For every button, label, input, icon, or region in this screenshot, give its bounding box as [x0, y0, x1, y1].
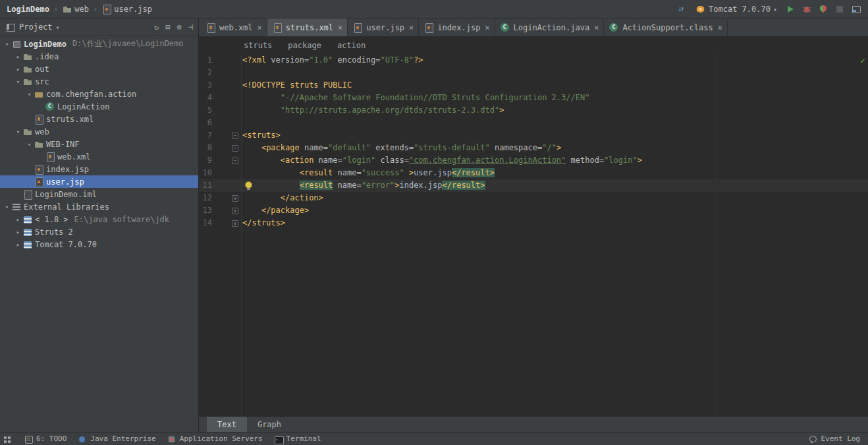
tree-collapsed-icon[interactable]: ▸ [14, 229, 22, 235]
tree-item-tomcat-7-0-70[interactable]: ▸Tomcat 7.0.70 [0, 238, 198, 251]
statusbar-java-enterprise[interactable]: Java Enterprise [77, 434, 155, 444]
code-line-7[interactable]: 7−<struts> [199, 129, 868, 142]
tree-collapsed-icon[interactable]: ▸ [14, 66, 22, 73]
code-line-2[interactable]: 2 [199, 67, 868, 79]
code-line-13[interactable]: 13∨ </package> [199, 204, 868, 217]
statusbar-tool-switcher[interactable] [2, 434, 13, 444]
statusbar-event-log[interactable]: Event Log [807, 434, 860, 444]
window-breadcrumb-logindemo[interactable]: LoginDemo [5, 5, 51, 14]
run-configuration-select[interactable]: Tomcat 7.0.70 [693, 3, 779, 15]
tree-item-com-chengfan-action[interactable]: ▾com.chengfan.action [0, 88, 198, 100]
tree-expanded-icon[interactable]: ▾ [3, 41, 11, 47]
tree-item-logindemo-iml[interactable]: LoginDemo.iml [0, 188, 198, 200]
code-line-8[interactable]: 8− <package name="default" extends="stru… [199, 142, 868, 154]
collapse-all-icon[interactable]: ⊟ [165, 22, 170, 32]
javaee-icon [77, 434, 88, 444]
fold-start-icon[interactable]: − [232, 145, 238, 152]
folder-icon [22, 51, 33, 62]
fold-column: − [212, 129, 241, 142]
code-line-1[interactable]: 1<?xml version="1.0" encoding="UTF-8"?> [199, 54, 868, 67]
editor-tab-user-jsp[interactable]: user.jsp× [348, 18, 419, 36]
tree-collapsed-icon[interactable]: ▸ [14, 216, 22, 223]
tree-expanded-icon[interactable]: ▾ [14, 129, 22, 135]
code-line-3[interactable]: 3<!DOCTYPE struts PUBLIC [199, 79, 868, 92]
view-tab-graph[interactable]: Graph [247, 417, 292, 432]
code-line-9[interactable]: 9− <action name="login" class="com.cheng… [199, 154, 868, 167]
tree-item-index-jsp[interactable]: index.jsp [0, 163, 198, 175]
tree-item-loginaction[interactable]: LoginAction [0, 100, 198, 113]
close-tab-icon[interactable]: × [409, 23, 414, 32]
editor-tab-struts-xml[interactable]: struts.xml× [267, 18, 348, 36]
editor-tab-index-jsp[interactable]: index.jsp× [419, 18, 495, 36]
tree-item-web[interactable]: ▾web [0, 125, 198, 138]
statusbar-application-servers[interactable]: Application Servers [167, 434, 263, 444]
terminal-icon [273, 434, 284, 444]
update-app-button[interactable] [677, 4, 688, 15]
fold-start-icon[interactable]: − [232, 133, 238, 139]
close-tab-icon[interactable]: × [594, 23, 599, 32]
tree-item-external-libraries[interactable]: ▾External Libraries [0, 200, 198, 213]
tree-item-1-8[interactable]: ▸< 1.8 >E:\java software\jdk [0, 213, 198, 225]
refresh-icon[interactable]: ↻ [154, 22, 159, 32]
editor-tab-web-xml[interactable]: web.xml× [201, 18, 267, 36]
code-line-12[interactable]: 12∨ </action> [199, 192, 868, 204]
code-line-6[interactable]: 6 [199, 117, 868, 129]
close-tab-icon[interactable]: × [258, 23, 262, 32]
code-token: "default" [328, 143, 371, 152]
tree-item-struts-2[interactable]: ▸Struts 2 [0, 225, 198, 238]
code-line-5[interactable]: 5 "http://struts.apache.org/dtds/struts-… [199, 104, 868, 117]
coverage-button[interactable] [818, 4, 828, 15]
tree-collapsed-icon[interactable]: ▸ [14, 241, 22, 248]
close-tab-icon[interactable]: × [718, 23, 722, 32]
debug-button[interactable] [801, 4, 812, 15]
code-line-4[interactable]: 4 "-//Apache Software Foundation//DTD St… [199, 92, 868, 104]
settings-icon[interactable]: ⚙ [177, 22, 182, 32]
editor-tab-actionsupport-class[interactable]: ActionSupport.class× [604, 18, 728, 36]
editor-breadcrumb-package[interactable]: package [288, 41, 321, 50]
tree-expanded-icon[interactable]: ▾ [25, 91, 34, 98]
layout-button[interactable] [851, 4, 861, 15]
statusbar-6-todo[interactable]: 6: TODO [23, 434, 67, 444]
run-button[interactable] [785, 4, 796, 15]
editor-tab-loginaction-java[interactable]: LoginAction.java× [495, 18, 605, 36]
fold-end-icon[interactable]: ∨ [232, 208, 238, 214]
window-breadcrumb-web[interactable]: web [61, 4, 90, 15]
intention-bulb-icon[interactable] [245, 181, 252, 189]
tree-expanded-icon[interactable]: ▾ [3, 204, 11, 210]
close-tab-icon[interactable]: × [338, 23, 342, 32]
code-token: </result> [442, 181, 485, 190]
tree-item-label: .idea [35, 52, 59, 61]
hide-icon[interactable]: ⊣ [188, 22, 193, 32]
chevron-down-icon[interactable] [56, 22, 60, 32]
inspection-ok-icon[interactable] [860, 55, 865, 65]
tree-collapsed-icon[interactable]: ▸ [14, 53, 22, 60]
tree-item-struts-xml[interactable]: struts.xml [0, 113, 198, 125]
view-tab-text[interactable]: Text [207, 417, 247, 432]
tree-item-web-inf[interactable]: ▾WEB-INF [0, 138, 198, 150]
code-line-14[interactable]: 14∨</struts> [199, 217, 868, 229]
editor-breadcrumb-action[interactable]: action [337, 41, 366, 50]
statusbar-terminal[interactable]: Terminal [273, 434, 321, 444]
fold-end-icon[interactable]: ∨ [232, 220, 238, 227]
fold-end-icon[interactable]: ∨ [232, 195, 238, 202]
code-line-10[interactable]: 10 <result name="success" >user.jsp</res… [199, 167, 868, 179]
tree-expanded-icon[interactable]: ▾ [14, 78, 22, 85]
tree-item-logindemo[interactable]: ▾LoginDemoD:\作业\javaee\LoginDemo [0, 38, 198, 50]
code-line-11[interactable]: 11 <result name="error">index.jsp</resul… [199, 179, 868, 192]
window-breadcrumb-user-jsp[interactable]: user.jsp [100, 4, 153, 15]
close-tab-icon[interactable]: × [485, 23, 489, 32]
tree-item-user-jsp[interactable]: user.jsp [0, 175, 198, 188]
jsp-icon [34, 164, 44, 175]
code-text [241, 117, 242, 129]
code-editor[interactable]: 1<?xml version="1.0" encoding="UTF-8"?>2… [199, 54, 868, 416]
tree-item-src[interactable]: ▾src [0, 75, 198, 88]
tree-item-idea[interactable]: ▸.idea [0, 50, 198, 63]
tree-expanded-icon[interactable]: ▾ [25, 141, 34, 148]
tree-item-web-xml[interactable]: web.xml [0, 150, 198, 163]
fold-start-icon[interactable]: − [232, 158, 238, 164]
tree-item-out[interactable]: ▸out [0, 63, 198, 75]
panel-title[interactable]: Project [19, 22, 53, 32]
breadcrumb-label: user.jsp [114, 5, 152, 14]
code-token [333, 55, 337, 65]
editor-breadcrumb-struts[interactable]: struts [244, 41, 272, 50]
